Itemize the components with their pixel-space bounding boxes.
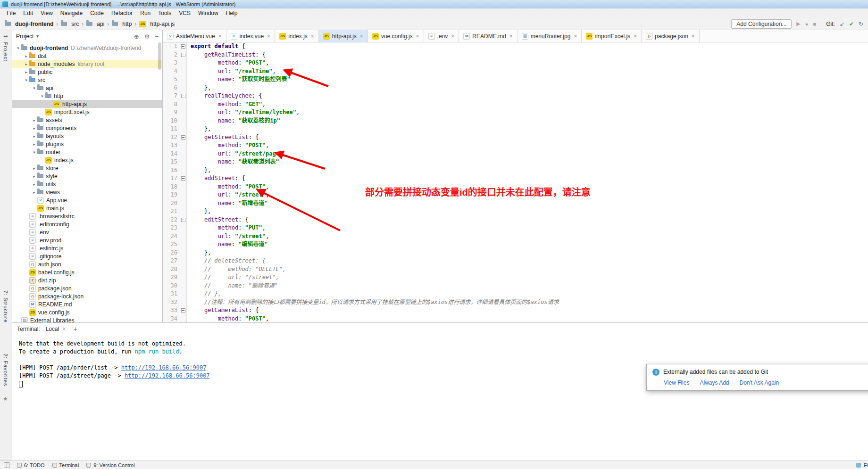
code-line[interactable]: 31 // }, bbox=[163, 290, 868, 298]
code-line[interactable]: 29 // url: "/street", bbox=[163, 273, 868, 282]
fold-icon[interactable] bbox=[181, 135, 185, 140]
code-line[interactable]: 8 method: "GET", bbox=[163, 100, 868, 109]
tree-item[interactable]: e.eslintrc.js bbox=[12, 244, 162, 252]
tree-item[interactable]: ▸plugins bbox=[12, 140, 162, 148]
menu-item-code[interactable]: Code bbox=[86, 9, 108, 17]
tree-item[interactable]: ▸style bbox=[12, 172, 162, 180]
code-line[interactable]: 4 url: "/realTime", bbox=[163, 67, 868, 76]
code-line[interactable]: 14 url: "/street/page", bbox=[163, 150, 868, 158]
stop-button-icon[interactable]: ■ bbox=[813, 21, 816, 27]
tree-item[interactable]: ▸public bbox=[12, 68, 162, 76]
menu-item-window[interactable]: Window bbox=[194, 9, 222, 17]
code-line[interactable]: 22 editStreet: { bbox=[163, 216, 868, 224]
tree-item[interactable]: JSindex.js bbox=[12, 156, 162, 164]
notification-link[interactable]: View Files bbox=[664, 379, 689, 386]
terminal-link[interactable]: http://192.168.66.56:9007 bbox=[125, 372, 210, 379]
close-icon[interactable]: × bbox=[574, 33, 577, 40]
git-history-icon[interactable]: ↻ bbox=[859, 21, 863, 27]
chevron-right-icon[interactable]: ▸ bbox=[31, 134, 37, 139]
tree-item[interactable]: ▸views bbox=[12, 188, 162, 196]
close-icon[interactable]: × bbox=[451, 33, 454, 40]
tree-item[interactable]: VApp.vue bbox=[12, 196, 162, 204]
fold-icon[interactable] bbox=[181, 94, 185, 98]
editor[interactable]: 1export default {2 getRealTimeList: {3 m… bbox=[163, 42, 868, 322]
git-update-icon[interactable]: ↙ bbox=[840, 21, 844, 27]
chevron-right-icon[interactable]: ▸ bbox=[31, 182, 37, 187]
close-icon[interactable]: × bbox=[62, 326, 66, 332]
tree-item[interactable]: JShttp-api.js bbox=[12, 100, 162, 108]
chevron-right-icon[interactable]: ▸ bbox=[23, 70, 29, 74]
notification-link[interactable]: Always Add bbox=[700, 379, 729, 386]
code-line[interactable]: 15 name: "获取巷道列表" bbox=[163, 158, 868, 166]
terminal-link[interactable]: http://192.168.66.56:9007 bbox=[121, 364, 207, 371]
tree-item[interactable]: ▸layouts bbox=[12, 132, 162, 140]
tree-item[interactable]: ≡.editorconfig bbox=[12, 220, 162, 228]
code-line[interactable]: 26 }, bbox=[163, 249, 868, 257]
menu-item-tools[interactable]: Tools bbox=[154, 9, 175, 17]
tree-item[interactable]: {}package.json bbox=[12, 284, 162, 292]
terminal-output[interactable]: Note that the development build is not o… bbox=[12, 335, 868, 461]
project-tree-scrollbar[interactable] bbox=[158, 42, 161, 70]
code-line[interactable]: 5 name: "获取实时监控列表" bbox=[163, 75, 868, 84]
status-event-log[interactable]: Event Log bbox=[856, 462, 868, 468]
tree-item[interactable]: Zdist.zip bbox=[12, 276, 162, 284]
editor-tab[interactable]: JSindex.js× bbox=[275, 30, 319, 42]
new-terminal-icon[interactable]: + bbox=[73, 325, 77, 333]
tree-item[interactable]: ▸node_moduleslibrary root bbox=[12, 60, 162, 68]
code-line[interactable]: 24 url: "/street", bbox=[163, 232, 868, 241]
tool-button-structure[interactable]: 7: Structure bbox=[3, 290, 8, 323]
menu-item-vcs[interactable]: VCS bbox=[175, 9, 194, 17]
breadcrumb-item[interactable]: duoji-frontend bbox=[5, 21, 53, 27]
chevron-right-icon[interactable]: ▸ bbox=[31, 118, 37, 123]
menu-item-navigate[interactable]: Navigate bbox=[57, 9, 86, 17]
chevron-right-icon[interactable]: ▸ bbox=[23, 62, 29, 66]
code-line[interactable]: 32 //注释：所有用到删除的接口都需要拼接变量id，所以请求方式采用了挂载在原… bbox=[163, 298, 868, 307]
chevron-down-icon[interactable]: ▾ bbox=[23, 78, 29, 82]
tree-item[interactable]: ≡.env bbox=[12, 228, 162, 236]
code-line[interactable]: 10 name: "获取荔枝的ip" bbox=[163, 117, 868, 125]
status-item[interactable]: 6: TODO bbox=[17, 462, 45, 468]
code-line[interactable]: 12 getStreetList: { bbox=[163, 133, 868, 142]
code-line[interactable]: 20 name: "新增巷道" bbox=[163, 199, 868, 208]
tree-item[interactable]: ≡.env.prod bbox=[12, 236, 162, 244]
status-item[interactable]: 9: Version Control bbox=[86, 462, 134, 468]
fold-icon[interactable] bbox=[181, 218, 185, 222]
tree-item[interactable]: ≡.gitignore bbox=[12, 252, 162, 260]
menu-item-view[interactable]: View bbox=[37, 9, 57, 17]
tree-item[interactable]: JSmain.js bbox=[12, 204, 162, 212]
tool-button-favorites[interactable]: 2: Favorites bbox=[3, 354, 8, 386]
editor-tab[interactable]: {}package.json× bbox=[642, 30, 700, 42]
hide-panel-icon[interactable]: − bbox=[155, 33, 159, 40]
tree-item[interactable]: ▾api bbox=[12, 84, 162, 92]
code-line[interactable]: 23 method: "PUT", bbox=[163, 224, 868, 232]
editor-tab[interactable]: JSvue.config.js× bbox=[368, 30, 424, 42]
terminal-cursor[interactable] bbox=[19, 381, 23, 387]
close-icon[interactable]: × bbox=[634, 33, 637, 40]
close-icon[interactable]: × bbox=[218, 33, 222, 40]
close-icon[interactable]: × bbox=[360, 33, 363, 40]
terminal-tab-local[interactable]: Local × bbox=[43, 325, 69, 333]
code-line[interactable]: 11 }, bbox=[163, 125, 868, 133]
code-line[interactable]: 28 // method: "DELETE", bbox=[163, 265, 868, 274]
fold-icon[interactable] bbox=[181, 176, 185, 181]
gear-icon[interactable]: ⚙ bbox=[144, 33, 150, 40]
chevron-down-icon[interactable]: ▾ bbox=[31, 86, 37, 91]
debug-button-icon[interactable]: ● bbox=[805, 21, 809, 27]
chevron-right-icon[interactable]: ▸ bbox=[31, 142, 37, 147]
editor-tab[interactable]: ▦menuRouter.jpg× bbox=[517, 30, 582, 42]
tree-item[interactable]: JSimportExcel.js bbox=[12, 108, 162, 116]
fold-icon[interactable] bbox=[181, 308, 185, 313]
code-line[interactable]: 21 }, bbox=[163, 207, 868, 216]
code-line[interactable]: 1export default { bbox=[163, 42, 868, 51]
chevron-right-icon[interactable]: ▸ bbox=[31, 190, 37, 195]
code-line[interactable]: 25 name: "编辑巷道" bbox=[163, 240, 868, 249]
code-line[interactable]: 2 getRealTimeList: { bbox=[163, 51, 868, 59]
code-line[interactable]: 9 url: "/realTime/lychee", bbox=[163, 108, 868, 117]
tree-item[interactable]: ▾duoji-frontendD:\zheheWeb\duoji-fronten… bbox=[12, 44, 162, 52]
code-line[interactable]: 30 // name: "删除巷道" bbox=[163, 282, 868, 290]
tree-item[interactable]: ▸store bbox=[12, 164, 162, 172]
chevron-down-icon[interactable]: ▾ bbox=[15, 46, 21, 50]
menu-item-edit[interactable]: Edit bbox=[19, 9, 37, 17]
chevron-right-icon[interactable]: ▸ bbox=[31, 174, 37, 179]
fold-icon[interactable] bbox=[181, 53, 185, 57]
